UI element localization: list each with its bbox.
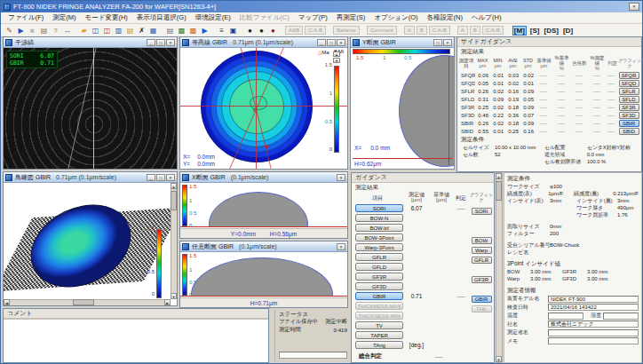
minimize-icon[interactable]: _ [147,174,155,181]
maximize-icon[interactable]: □ [433,39,442,46]
guidance-button-gfld[interactable]: GFLD [355,263,403,271]
guidance-button-bow-3point[interactable]: BOW-3Point [355,233,403,241]
scroll-up-icon[interactable]: ▲ [496,173,502,179]
edit-measure-icon[interactable]: ✎ [4,25,15,36]
minimize-icon[interactable]: _ [317,39,326,46]
maximize-icon[interactable]: □ [156,174,165,181]
side-graphic-button-sf3r[interactable]: SF3R [619,104,639,111]
guidance-button-sori[interactable]: SORI [355,204,403,212]
close-icon[interactable]: × [166,39,175,46]
side-graphic-button-sf3d[interactable]: SF3D [619,112,639,119]
side-graphic-button-sbir[interactable]: SBIR [619,120,639,127]
toolbar-button-b[interactable]: B [470,26,480,35]
monitor-icon[interactable]: ▣ [227,25,239,36]
side-graphic-button-sfld[interactable]: SFLD [619,96,639,103]
spinner-down-icon[interactable]: ▼ [333,58,340,63]
menu-item-e[interactable]: 環境設定(E) [191,13,235,22]
guidance-graphic-button-thk[interactable]: THK [472,305,492,313]
side-graphic-button-sbid[interactable]: SBID [619,128,639,135]
toolbar-button-b[interactable]: B [417,26,427,35]
toolbar-button-c-a-b[interactable]: C:A-B [429,26,450,35]
guidance-graphic-button-sori[interactable]: SORI [472,208,492,215]
copy-icon[interactable]: ▥ [113,25,124,36]
minimize-icon[interactable]: _ [147,39,155,46]
map-color-icon[interactable]: ▩ [187,25,199,36]
input-field[interactable] [603,313,639,320]
paste-icon[interactable]: ▤ [124,25,136,36]
side-graphic-button-sfqr[interactable]: SFQR [619,72,639,79]
toolbar-button-c-a-b[interactable]: C:A-B [305,26,326,35]
guidance-graphic-button-gflr[interactable]: GFLR [472,257,492,264]
close-icon[interactable]: × [443,39,452,46]
guidance-button-bow-bf[interactable]: BOW-bf [355,224,403,232]
window-close-button[interactable]: × [629,3,639,11]
guidance-button-thickness-min[interactable]: THICKNESS MIN [355,312,403,320]
print-icon[interactable]: ▤ [164,25,176,36]
record-c-icon[interactable]: ● [267,25,279,36]
horizontal-scrollbar[interactable]: ◀ ▶ [4,299,171,305]
clipboard-icon[interactable]: ▤ [38,25,50,36]
guidance-button-bow-n[interactable]: BOW-N [355,214,403,222]
guidance-button-gflr[interactable]: GFLR [355,253,403,261]
input-field[interactable]: 2021/04/16 143422 [548,304,639,311]
guidance-button-gf3r[interactable]: GF3R [355,273,403,281]
input-field[interactable] [548,337,639,344]
save-as-icon[interactable]: ◫ [101,25,113,36]
open-folder-icon[interactable]: ▰ [78,25,90,36]
guidance-button-taper[interactable]: TAPER [355,331,403,339]
comment-input[interactable] [4,319,268,362]
scroll-down-icon[interactable]: ▼ [171,293,177,299]
scrollbar-thumb[interactable] [73,299,94,305]
spinner-up-icon[interactable]: ▲ [333,51,340,57]
vertical-scrollbar[interactable]: ▲ ▼ [496,172,503,363]
scrollbar-thumb[interactable] [171,191,177,210]
toolbar-button-a[interactable]: A [404,26,415,35]
guidance-graphic-button-gf3r[interactable]: GF3R [472,276,492,283]
menu-item-g[interactable]: 表示項目選択(G) [132,13,191,22]
vertical-scrollbar[interactable]: ▲ ▼ [171,183,177,299]
menu-item-f[interactable]: ファイル(F) [4,13,48,22]
close-icon[interactable]: × [337,174,345,181]
toolbar-button-comment[interactable]: Comment [367,26,397,35]
menu-item-h[interactable]: モード変更(H) [81,13,132,22]
guidance-button-thickness-max[interactable]: THICKNESS MAX [355,302,403,310]
scroll-right-icon[interactable]: ▶ [164,299,171,305]
maximize-icon[interactable]: □ [156,39,165,46]
record-b-icon[interactable]: ● [256,25,267,36]
list-icon[interactable]: ≡ [216,25,227,36]
close-icon[interactable]: × [337,39,345,46]
side-graphic-button-sfqd[interactable]: SFQD [619,80,639,87]
guidance-button-warp-3point[interactable]: Warp-3Point [355,243,403,251]
x-section-plot[interactable]: 1.5 1 0.5 0 Y=0.0mm H=0.56μm [180,183,347,238]
menu-item-c[interactable]: 比較ファイル(C) [235,13,294,22]
menu-item-m[interactable]: 測定(M) [48,13,80,22]
menu-item-h[interactable]: ヘルプ(H) [467,13,505,22]
menu-item-s[interactable]: 再測定(S) [332,13,370,22]
menu-item-n[interactable]: 各種設定(N) [423,13,467,22]
input-field[interactable] [548,329,639,336]
arbitrary-section-plot[interactable]: 1.5 1 0.5 0 H=0.71μm [180,252,347,307]
fringe-image-area[interactable]: SORI 6.07 GBIR 0.71 [4,48,177,169]
display-icon[interactable]: ▦ [147,25,159,36]
info-icon[interactable]: ? [50,25,61,36]
play-icon[interactable]: ▶ [199,25,210,36]
guidance-button-gf3d[interactable]: GF3D [355,282,403,290]
delete-icon[interactable]: ✗ [136,25,147,36]
guidance-button-tv[interactable]: TV [355,321,403,329]
contour-map-area[interactable]: △Ma ▼Mi ▲ ▼ 1.5 1 0.5 0 [180,48,347,169]
toolbar-button-c-a-b[interactable]: C:A-B [482,26,504,35]
scroll-left-icon[interactable]: ◀ [4,299,10,305]
input-field[interactable]: 株式会社ニデック [548,320,639,328]
scrollbar-thumb[interactable] [496,181,502,201]
close-icon[interactable]: × [337,243,345,250]
stop-icon[interactable]: ■ [27,25,38,36]
guidance-button-gbir[interactable]: GBIR [355,292,403,300]
guidance-button-tang[interactable]: TAng [355,341,403,349]
map-icon[interactable]: ▩ [176,25,187,36]
scroll-down-icon[interactable]: ▼ [496,356,502,362]
menu-item-o[interactable]: オプション(O) [369,13,422,22]
side-graphic-button-sflr[interactable]: SFLR [619,88,639,95]
input-field[interactable] [548,313,583,320]
scroll-up-icon[interactable]: ▲ [171,183,177,189]
toolbar-button-balance[interactable]: Balance [333,26,360,35]
